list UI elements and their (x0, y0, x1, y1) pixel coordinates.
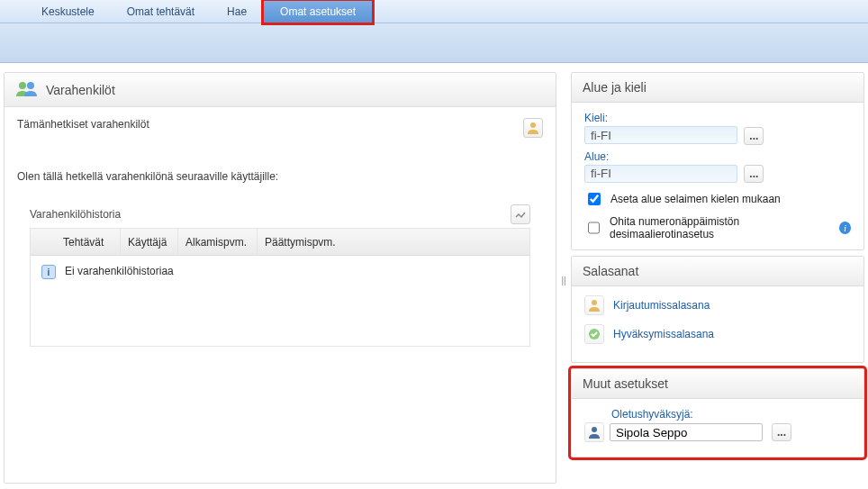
panel-splitter[interactable]: || (562, 72, 565, 489)
login-password-link[interactable]: Kirjautumissalasana (584, 295, 851, 315)
svg-point-0 (19, 82, 26, 89)
people-icon (15, 80, 39, 99)
other-settings-header: Muut asetukset (572, 369, 863, 399)
lang-picker-button[interactable]: ... (744, 127, 764, 145)
region-label: Alue: (584, 150, 851, 163)
empty-history-msg: Ei varahenkilöhistoriaa (65, 265, 174, 277)
table-header-row: Tehtävät Käyttäjä Alkamispvm. Päättymisp… (31, 229, 529, 256)
substitutes-panel: Varahenkilöt Tämänhetkiset varahenkilöt … (4, 72, 556, 484)
browser-locale-label: Aseta alue selaimen kielen mukaan (610, 193, 781, 205)
svg-point-5 (592, 427, 597, 432)
lang-input[interactable] (584, 126, 737, 144)
top-nav: Keskustele Omat tehtävät Hae Omat asetuk… (0, 0, 868, 23)
history-table: Tehtävät Käyttäjä Alkamispvm. Päättymisp… (30, 228, 530, 347)
svg-point-3 (592, 300, 597, 305)
table-header-icon-col (31, 229, 56, 256)
locale-header: Alue ja kieli (572, 73, 863, 103)
locale-title: Alue ja kieli (583, 80, 646, 95)
nav-item-settings[interactable]: Omat asetukset (263, 0, 373, 23)
table-header-start[interactable]: Alkamispvm. (178, 229, 258, 256)
passwords-header: Salasanat (572, 257, 863, 286)
key-icon (584, 295, 604, 315)
numpad-decimal-label: Ohita numeronäppäimistön desimaalierotin… (610, 215, 828, 240)
other-settings-title: Muut asetukset (583, 376, 668, 391)
approve-password-label: Hyväksymissalasana (613, 328, 714, 340)
info-icon: i (41, 265, 56, 279)
svg-point-2 (530, 122, 536, 128)
browser-locale-checkbox[interactable] (588, 193, 601, 205)
history-label: Varahenkilöhistoria (30, 208, 121, 221)
nav-item-discuss[interactable]: Keskustele (25, 0, 111, 23)
table-header-tasks[interactable]: Tehtävät (56, 229, 121, 256)
numpad-decimal-checkbox[interactable] (588, 222, 600, 234)
history-action-button[interactable] (511, 204, 530, 224)
other-settings-panel: Muut asetukset Oletushyväksyjä: ... (571, 368, 864, 457)
info-tooltip-icon[interactable]: i (839, 222, 851, 234)
approve-password-link[interactable]: Hyväksymissalasana (584, 324, 851, 344)
lang-label: Kieli: (584, 112, 851, 124)
passwords-panel: Salasanat Kirjautumissalasana Hyväksymis… (571, 256, 864, 363)
acting-for-label: Olen tällä hetkellä varahenkilönä seuraa… (17, 170, 543, 183)
region-input[interactable] (584, 165, 737, 183)
content-area: Varahenkilöt Tämänhetkiset varahenkilöt … (0, 63, 868, 489)
region-picker-button[interactable]: ... (744, 165, 764, 183)
svg-point-1 (27, 82, 34, 89)
approver-label: Oletushyväksyjä: (611, 408, 851, 421)
substitutes-title: Varahenkilöt (46, 83, 115, 97)
passwords-title: Salasanat (583, 264, 638, 278)
add-substitute-button[interactable] (523, 118, 543, 138)
sub-toolbar (0, 23, 868, 63)
table-header-end[interactable]: Päättymispvm. (258, 229, 529, 256)
approver-picker-button[interactable]: ... (772, 423, 791, 441)
approver-input[interactable] (610, 423, 763, 441)
approve-key-icon (584, 324, 604, 344)
person-icon (584, 422, 604, 442)
substitutes-header: Varahenkilöt (5, 73, 556, 107)
current-substitutes-label: Tämänhetkiset varahenkilöt (17, 118, 543, 131)
locale-panel: Alue ja kieli Kieli: ... Alue: ... Aseta… (571, 72, 864, 250)
login-password-label: Kirjautumissalasana (613, 299, 710, 312)
nav-item-search[interactable]: Hae (211, 0, 263, 23)
table-body: i Ei varahenkilöhistoriaa (31, 256, 529, 346)
nav-item-tasks[interactable]: Omat tehtävät (111, 0, 211, 23)
table-header-user[interactable]: Käyttäjä (121, 229, 178, 256)
